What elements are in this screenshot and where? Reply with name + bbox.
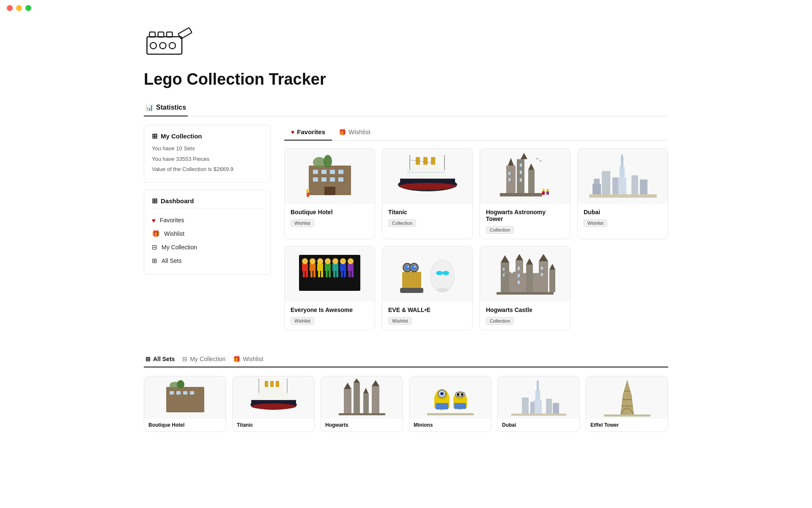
my-collection-card: ⊞ My Collection You have 10 Sets You hav…	[144, 125, 271, 183]
svg-rect-117	[518, 267, 520, 270]
bottom-card-4[interactable]: Dubai	[497, 376, 580, 432]
svg-rect-16	[321, 177, 326, 182]
tab-statistics[interactable]: 📊 Statistics	[144, 100, 188, 116]
close-button[interactable]	[7, 5, 13, 11]
svg-rect-140	[276, 381, 279, 387]
svg-rect-70	[313, 271, 315, 277]
card-boutique-hotel-badge: Wishlist	[291, 219, 314, 227]
card-titanic-badge: Collection	[388, 219, 416, 227]
dashboard-card: ⊞ Dashboard ♥ Favorites 🎁 Wishlist ⊟ My …	[144, 190, 271, 275]
svg-line-33	[410, 160, 432, 163]
svg-rect-175	[546, 399, 552, 414]
svg-rect-45	[508, 178, 510, 181]
svg-rect-66	[306, 271, 308, 277]
tab-favorites[interactable]: ♥ Favorites	[284, 125, 332, 141]
svg-rect-172	[534, 400, 542, 414]
svg-rect-118	[518, 274, 520, 277]
fullscreen-button[interactable]	[25, 5, 31, 11]
svg-rect-19	[324, 187, 335, 195]
svg-rect-128	[170, 391, 174, 395]
svg-rect-41	[520, 163, 522, 167]
gift-icon: 🎁	[339, 129, 346, 135]
my-collection-title: ⊞ My Collection	[152, 132, 263, 140]
svg-rect-48	[542, 191, 545, 195]
card-titanic-image	[382, 149, 472, 204]
minimize-button[interactable]	[16, 5, 22, 11]
svg-rect-86	[344, 271, 346, 277]
tab-all-sets[interactable]: ⊞ All Sets	[144, 352, 181, 367]
card-titanic[interactable]: Titanic Collection	[382, 148, 473, 239]
svg-point-64	[302, 258, 308, 264]
svg-rect-87	[348, 263, 354, 271]
svg-rect-7	[178, 28, 192, 39]
heart-icon: ♥	[291, 129, 294, 135]
svg-marker-146	[344, 383, 351, 389]
svg-marker-144	[354, 378, 360, 383]
sidebar-item-all-sets[interactable]: ⊞ All Sets	[152, 254, 263, 268]
tab-wishlist-bottom[interactable]: 🎁 Wishlist	[231, 352, 269, 367]
svg-rect-50	[546, 191, 549, 195]
stat-value: Value of the Collection is $2669.9	[152, 165, 263, 174]
svg-point-84	[340, 258, 346, 264]
card-dubai[interactable]: Dubai Wishlist	[577, 148, 668, 239]
card-hogwarts-astronomy-body: Hogwarts Astronomy Tower Collection	[480, 204, 570, 239]
card-boutique-hotel-body: Boutique Hotel Wishlist	[285, 204, 375, 232]
bottom-card-0[interactable]: Boutique Hotel	[144, 376, 226, 432]
svg-marker-105	[501, 255, 509, 262]
svg-rect-104	[501, 262, 509, 292]
svg-marker-111	[539, 254, 548, 261]
svg-point-80	[332, 258, 338, 264]
svg-rect-53	[618, 177, 626, 194]
svg-marker-107	[516, 254, 523, 260]
dashboard-icon: ⊞	[152, 197, 157, 205]
svg-rect-131	[190, 391, 194, 395]
sidebar-item-wishlist[interactable]: 🎁 Wishlist	[152, 227, 263, 240]
card-everyone-awesome-badge: Wishlist	[291, 317, 314, 325]
bottom-card-3[interactable]: Minions	[409, 376, 491, 432]
card-boutique-hotel[interactable]: Boutique Hotel Wishlist	[284, 148, 375, 239]
svg-rect-143	[354, 383, 360, 413]
bottom-card-2-body: Hogwarts	[321, 419, 403, 431]
svg-point-101	[442, 271, 449, 275]
bottom-card-5[interactable]: Eiffel Tower	[586, 376, 668, 432]
card-hogwarts-astronomy[interactable]: Hogwarts Astronomy Tower Collection	[480, 148, 571, 239]
svg-rect-121	[541, 273, 543, 276]
sidebar: ⊞ My Collection You have 10 Sets You hav…	[144, 125, 271, 275]
tab-wishlist[interactable]: 🎁 Wishlist	[332, 125, 377, 141]
two-col-layout: ⊞ My Collection You have 10 Sets You hav…	[144, 125, 668, 344]
svg-rect-182	[604, 414, 650, 417]
svg-rect-177	[511, 414, 566, 416]
gift-icon: 🎁	[233, 356, 240, 362]
bar-chart-icon: 📊	[145, 104, 154, 111]
svg-rect-14	[338, 170, 343, 174]
svg-rect-151	[339, 413, 385, 415]
svg-rect-154	[436, 403, 448, 409]
collection-icon: ⊞	[152, 132, 157, 140]
bottom-card-2[interactable]: Hogwarts	[321, 376, 403, 432]
svg-rect-0	[147, 37, 182, 54]
svg-rect-89	[348, 271, 351, 277]
svg-rect-119	[518, 281, 520, 284]
bottom-card-1-image	[233, 376, 314, 419]
card-hogwarts-castle[interactable]: Hogwarts Castle Collection	[480, 246, 571, 330]
main-content: Lego Collection Tracker 📊 Statistics ⊞ M…	[110, 16, 702, 449]
svg-rect-114	[504, 272, 506, 274]
svg-rect-44	[508, 172, 510, 175]
bottom-card-3-body: Minions	[409, 419, 491, 431]
logo-area	[144, 25, 668, 60]
stats-tabs: 📊 Statistics	[144, 100, 668, 116]
tab-my-collection[interactable]: ⊟ My Collection	[181, 352, 231, 367]
sidebar-item-favorites[interactable]: ♥ Favorites	[152, 214, 263, 227]
card-everyone-awesome[interactable]: Everyone Is Awesome Wishlist	[284, 246, 375, 330]
svg-point-97	[414, 266, 416, 268]
svg-rect-39	[528, 170, 535, 195]
right-content: ♥ Favorites 🎁 Wishlist	[284, 125, 668, 344]
bottom-card-1[interactable]: Titanic	[232, 376, 315, 432]
svg-point-166	[457, 393, 459, 396]
card-wall-e[interactable]: EVE & WALL•E Wishlist	[382, 246, 473, 330]
svg-rect-67	[310, 263, 315, 271]
svg-rect-18	[338, 177, 343, 182]
svg-point-134	[251, 403, 296, 409]
svg-rect-145	[344, 389, 351, 413]
sidebar-item-my-collection[interactable]: ⊟ My Collection	[152, 240, 263, 254]
